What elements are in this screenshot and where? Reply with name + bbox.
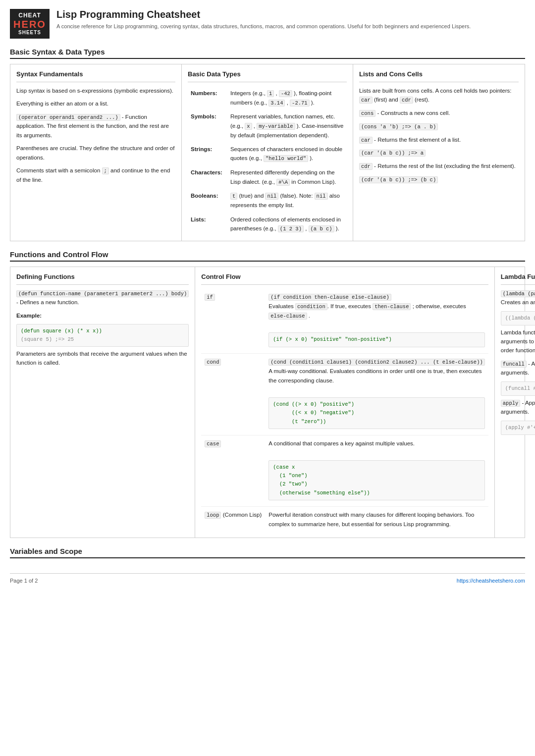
- strings-label: Strings:: [188, 142, 227, 165]
- table-row: loop (Common Lisp) Powerful iteration co…: [201, 507, 488, 533]
- apply-desc: apply - Applies a function to a list of …: [501, 398, 535, 417]
- code-car: car: [359, 137, 373, 144]
- characters-desc: Represented differently depending on the…: [227, 165, 347, 189]
- table-row: Symbols: Represent variables, function n…: [188, 109, 347, 142]
- example-label-text: Example:: [16, 313, 42, 319]
- code-x: x: [245, 123, 252, 130]
- lambda-desc: (lambda (parameters) body) - Creates an …: [501, 289, 535, 307]
- syntax-semicolon: ;: [102, 167, 109, 174]
- syntax-para2: Everything is either an atom or a list.: [16, 99, 175, 108]
- case-example: (case x (1 "one") (2 "two") (otherwise "…: [268, 460, 484, 500]
- code-defun: (defun function-name (parameter1 paramet…: [16, 290, 189, 297]
- syntax-para4: Parentheses are crucial. They define the…: [16, 144, 175, 162]
- cons-item1: cons - Constructs a new cons cell.: [359, 108, 519, 118]
- case-keyword: case: [201, 435, 265, 506]
- lambda-note: Lambda functions are often used as argum…: [501, 328, 535, 355]
- page-container: CHEAT HERO SHEETS Lisp Programming Cheat…: [0, 0, 535, 598]
- code-car-intro: car: [359, 97, 373, 104]
- loop-desc: Powerful iteration construct with many c…: [265, 507, 488, 533]
- cdr-item: cdr - Returns the rest of the list (excl…: [359, 162, 519, 171]
- control-flow-title: Control Flow: [201, 272, 488, 285]
- symbols-label: Symbols:: [188, 109, 227, 142]
- characters-label: Characters:: [188, 165, 227, 189]
- syntax-para5: Comments start with a semicolon ; and co…: [16, 166, 175, 184]
- cond-desc: (cond (condition1 clause1) (condition2 c…: [265, 353, 488, 435]
- code-car-ex: (car '(a b c)) ;=> a: [359, 150, 426, 157]
- header: CHEAT HERO SHEETS Lisp Programming Cheat…: [10, 9, 525, 39]
- cons-example1: (cons 'a 'b) ;=> (a . b): [359, 122, 519, 131]
- basic-data-types-title: Basic Data Types: [188, 69, 347, 82]
- table-row: case A conditional that compares a key a…: [201, 435, 488, 506]
- if-example: (if (> x 0) "positive" "non-positive"): [268, 332, 484, 347]
- control-flow-panel: Control Flow if (if condition then-claus…: [195, 267, 495, 538]
- code-cdr: cdr: [359, 163, 373, 170]
- syntax-fundamentals-panel: Syntax Fundamentals Lisp syntax is based…: [10, 64, 182, 241]
- logo-sub: SHEETS: [18, 30, 41, 35]
- cons-intro: Lists are built from cons cells. A cons …: [359, 86, 519, 105]
- defining-functions-title: Defining Functions: [16, 272, 189, 285]
- basic-data-types-panel: Basic Data Types Numbers: Integers (e.g.…: [182, 64, 353, 241]
- lambda-functions-title: Lambda Functions: [501, 272, 535, 285]
- table-row: Strings: Sequences of characters enclose…: [188, 142, 347, 165]
- loop-keyword: loop (Common Lisp): [201, 507, 265, 533]
- code-nil: nil: [265, 193, 278, 200]
- footer-link[interactable]: https://cheatsheetshero.com: [457, 578, 525, 584]
- params-desc: Parameters are symbols that receive the …: [16, 349, 189, 368]
- section2-grid: Defining Functions (defun function-name …: [10, 267, 525, 538]
- code-cdr-intro: cdr: [400, 97, 413, 104]
- symbols-desc: Represent variables, function names, etc…: [227, 109, 347, 142]
- code-hello: "hello world": [264, 155, 308, 162]
- code-then: then-clause: [373, 303, 411, 310]
- code-loop: loop: [205, 512, 221, 519]
- code-else: else-clause: [268, 313, 307, 320]
- code-apply: apply: [501, 400, 521, 407]
- code-cons: cons: [359, 110, 375, 117]
- funcall-desc: funcall - Applies a function to argument…: [501, 359, 535, 378]
- table-row: Lists: Ordered collections of elements e…: [188, 213, 347, 236]
- cdr-example: (cdr '(a b c)) ;=> (b c): [359, 175, 519, 184]
- page-description: A concise reference for Lisp programming…: [56, 22, 471, 31]
- code-1: 1: [267, 90, 274, 97]
- table-row: if (if condition then-clause else-clause…: [201, 289, 488, 354]
- code-cdr-ex: (cdr '(a b c)) ;=> (b c): [359, 176, 438, 183]
- section1-grid: Syntax Fundamentals Lisp syntax is based…: [10, 64, 525, 241]
- code-list2: (a b c): [309, 225, 334, 232]
- code-if-syntax: (if condition then-clause else-clause): [268, 294, 391, 301]
- header-text: Lisp Programming Cheatsheet A concise re…: [56, 9, 471, 31]
- code-if: if: [205, 294, 215, 301]
- code-neg271: -2.71: [290, 100, 310, 107]
- code-case: case: [205, 440, 221, 447]
- lists-label: Lists:: [188, 213, 227, 236]
- lists-desc: Ordered collections of elements enclosed…: [227, 213, 347, 236]
- code-char: #\A: [276, 179, 290, 186]
- cons-cells-panel: Lists and Cons Cells Lists are built fro…: [353, 64, 525, 241]
- lambda-functions-panel: Lambda Functions (lambda (parameters) bo…: [495, 267, 535, 538]
- code-list1: (1 2 3): [278, 225, 304, 232]
- code-314: 3.14: [268, 100, 285, 107]
- footer: Page 1 of 2 https://cheatsheetshero.com: [10, 573, 525, 584]
- syntax-para1: Lisp syntax is based on s-expressions (s…: [16, 86, 175, 95]
- data-types-table: Numbers: Integers (e.g., 1 , -42 ), floa…: [188, 86, 347, 236]
- numbers-label: Numbers:: [188, 86, 227, 110]
- table-row: Booleans: t (true) and nil (false). Note…: [188, 189, 347, 212]
- booleans-label: Booleans:: [188, 189, 227, 212]
- page-number: Page 1 of 2: [10, 578, 38, 584]
- code-cond: cond: [205, 359, 221, 366]
- code-neg42: -42: [279, 90, 292, 97]
- control-flow-table: if (if condition then-clause else-clause…: [201, 289, 488, 533]
- code-cond-syntax: (cond (condition1 clause1) (condition2 c…: [268, 359, 484, 366]
- code-cons-ex: (cons 'a 'b) ;=> (a . b): [359, 123, 438, 130]
- table-row: cond (cond (condition1 clause1) (conditi…: [201, 353, 488, 435]
- table-row: Characters: Represented differently depe…: [188, 165, 347, 189]
- cond-keyword: cond: [201, 353, 265, 435]
- code-myvar: my-variable: [257, 123, 295, 130]
- code-t: t: [230, 193, 237, 200]
- numbers-desc: Integers (e.g., 1 , -42 ), floating-poin…: [227, 86, 347, 110]
- booleans-desc: t (true) and nil (false). Note: nil also…: [227, 189, 347, 212]
- code-condition: condition: [295, 303, 327, 310]
- defining-functions-panel: Defining Functions (defun function-name …: [10, 267, 195, 538]
- cond-example: (cond ((> x 0) "positive") ((< x 0) "neg…: [268, 397, 484, 429]
- logo-cheat: CHEAT: [18, 12, 41, 19]
- case-desc: A conditional that compares a key agains…: [265, 435, 488, 506]
- code-lambda: (lambda (parameters) body): [501, 290, 535, 297]
